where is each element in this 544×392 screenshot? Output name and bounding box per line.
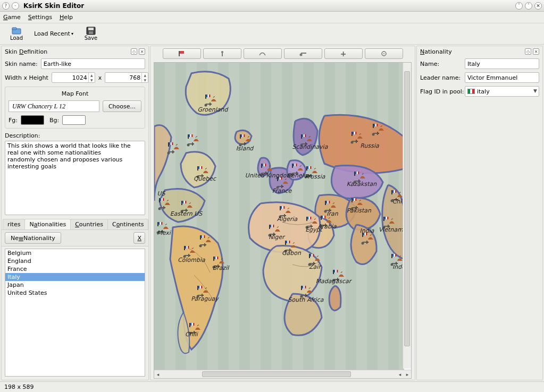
width-height-label: Width x Height bbox=[5, 74, 48, 81]
svg-text:Gabon: Gabon bbox=[282, 250, 302, 257]
close-icon[interactable]: ✕ bbox=[534, 2, 542, 10]
load-button[interactable]: Load bbox=[3, 24, 30, 44]
menu-help[interactable]: Help bbox=[60, 14, 73, 21]
italy-flag-icon bbox=[467, 89, 475, 94]
app-icon: · bbox=[12, 2, 19, 10]
new-nationality-button[interactable]: New Nationality bbox=[5, 232, 61, 244]
svg-rect-4 bbox=[89, 31, 93, 34]
svg-text:India: India bbox=[360, 227, 374, 234]
svg-text:Chili: Chili bbox=[185, 331, 199, 338]
svg-rect-10 bbox=[301, 53, 306, 54]
svg-rect-1 bbox=[12, 28, 16, 30]
minimize-icon[interactable]: ˇ bbox=[515, 2, 523, 10]
map-viewport[interactable]: Groenland Island Quebec Eastern US US Me… bbox=[154, 62, 412, 379]
svg-rect-6 bbox=[180, 51, 184, 54]
tool-center-button[interactable] bbox=[365, 48, 403, 59]
svg-text:Scandinavia: Scandinavia bbox=[292, 143, 328, 150]
svg-text:Groenland: Groenland bbox=[197, 106, 229, 113]
scroll-left2-icon: ◂ bbox=[396, 370, 404, 378]
help-icon[interactable]: ? bbox=[2, 2, 10, 10]
svg-text:South Africa: South Africa bbox=[288, 296, 324, 303]
map-font-title: Map Font bbox=[9, 90, 141, 97]
panel-detach-icon[interactable]: ◇ bbox=[131, 48, 137, 55]
svg-text:Kazakstan: Kazakstan bbox=[347, 181, 377, 188]
flag-id-select[interactable]: italy bbox=[465, 86, 539, 97]
list-item[interactable]: Italy bbox=[5, 273, 145, 281]
panel-title: Skin Definition bbox=[5, 48, 129, 55]
svg-rect-3 bbox=[88, 28, 94, 30]
leader-label: Leader name: bbox=[420, 74, 462, 81]
svg-text:Mexi: Mexi bbox=[157, 229, 172, 236]
menu-game[interactable]: Game bbox=[3, 14, 21, 21]
svg-text:Paraguay: Paraguay bbox=[191, 295, 219, 302]
svg-text:Eastern US: Eastern US bbox=[170, 210, 203, 217]
load-recent-button[interactable]: Load Recent▾ bbox=[33, 24, 74, 44]
svg-text:France: France bbox=[272, 188, 292, 194]
menu-settings[interactable]: Settings bbox=[28, 14, 52, 21]
fg-label: Fg: bbox=[9, 117, 18, 124]
list-item[interactable]: England bbox=[5, 257, 145, 265]
tool-cannon-button[interactable] bbox=[284, 48, 322, 59]
name-label: Name: bbox=[420, 61, 462, 67]
load-icon bbox=[11, 27, 22, 35]
list-item[interactable]: Belgium bbox=[5, 249, 145, 257]
svg-text:Pakistan: Pakistan bbox=[347, 207, 372, 214]
svg-text:Prussia: Prussia bbox=[304, 173, 325, 180]
width-spinner[interactable]: ▲▼ bbox=[88, 73, 95, 82]
bg-color-button[interactable] bbox=[62, 115, 86, 125]
svg-rect-8 bbox=[222, 53, 223, 56]
svg-point-7 bbox=[221, 51, 223, 53]
map-toolbar: + bbox=[150, 46, 415, 61]
tab-nationalities[interactable]: Nationalities bbox=[24, 219, 71, 229]
tool-anchor-button[interactable]: + bbox=[324, 48, 363, 59]
svg-rect-5 bbox=[179, 51, 180, 56]
tool-flag-button[interactable] bbox=[163, 48, 201, 59]
flag-id-label: Flag ID in pool: bbox=[420, 88, 462, 95]
list-item[interactable]: Japan bbox=[5, 281, 145, 289]
svg-text:Island: Island bbox=[236, 145, 255, 152]
skin-name-label: Skin name: bbox=[5, 61, 38, 67]
fg-color-button[interactable] bbox=[21, 115, 44, 125]
svg-text:US: US bbox=[157, 190, 165, 197]
svg-text:Niger: Niger bbox=[269, 234, 286, 241]
tool-cavalry-button[interactable] bbox=[244, 48, 282, 59]
status-bar: 198 x 589 bbox=[0, 381, 544, 392]
delete-nationality-button[interactable]: X bbox=[133, 232, 145, 244]
map-horizontal-scrollbar[interactable]: ◂ ◂ ▸ bbox=[154, 370, 411, 378]
skin-name-input[interactable] bbox=[41, 58, 145, 69]
svg-text:Brazil: Brazil bbox=[213, 265, 230, 271]
panel-detach-icon[interactable]: ◇ bbox=[525, 48, 531, 55]
map-vertical-scrollbar[interactable] bbox=[403, 63, 411, 369]
list-item[interactable]: France bbox=[5, 265, 145, 273]
scroll-right-icon: ▸ bbox=[404, 370, 411, 378]
choose-font-button[interactable]: Choose... bbox=[103, 100, 141, 112]
chevron-down-icon: ▼ bbox=[533, 88, 537, 93]
svg-text:Iran: Iran bbox=[327, 210, 339, 217]
panel-close-icon[interactable]: ✕ bbox=[533, 48, 539, 55]
list-item[interactable]: United States bbox=[5, 289, 145, 297]
font-sample: URW Chancery L 12 bbox=[9, 100, 99, 112]
tab-sprites[interactable]: rites bbox=[3, 219, 25, 229]
window-title: KsirK Skin Editor bbox=[23, 2, 84, 10]
description-textarea[interactable]: This skin shows a world that looks like … bbox=[5, 141, 145, 215]
height-spinner[interactable]: ▲▼ bbox=[141, 73, 148, 82]
tab-countries[interactable]: Countries bbox=[70, 219, 108, 229]
x-label: x bbox=[98, 74, 102, 81]
nationality-name-input[interactable] bbox=[465, 58, 539, 69]
tool-infantry-button[interactable] bbox=[203, 48, 241, 59]
save-button[interactable]: Save bbox=[78, 24, 104, 44]
leader-name-input[interactable] bbox=[465, 72, 539, 83]
panel-close-icon[interactable]: ✕ bbox=[139, 48, 145, 55]
svg-text:Russia: Russia bbox=[360, 142, 379, 149]
bg-label: Bg: bbox=[49, 117, 59, 124]
tab-continents[interactable]: Continents bbox=[107, 219, 149, 229]
svg-text:Colombia: Colombia bbox=[178, 257, 205, 263]
save-icon bbox=[86, 27, 96, 35]
nationality-list[interactable]: BelgiumEnglandFranceItalyJapanUnited Sta… bbox=[5, 249, 145, 377]
menubar: Game Settings Help bbox=[0, 12, 544, 23]
scroll-left-icon: ◂ bbox=[154, 370, 162, 378]
list-tabs: rites Nationalities Countries Continents… bbox=[2, 219, 148, 230]
svg-point-12 bbox=[383, 53, 384, 54]
panel-title: Nationality bbox=[420, 48, 523, 55]
maximize-icon[interactable]: ˆ bbox=[525, 2, 532, 10]
